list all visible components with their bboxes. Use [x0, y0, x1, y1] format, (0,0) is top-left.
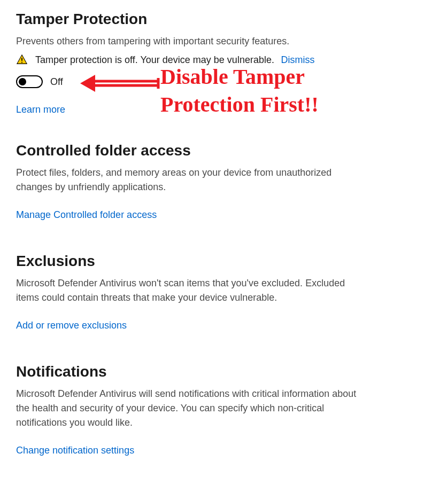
exclusions-desc: Microsoft Defender Antivirus won't scan … — [16, 276, 347, 305]
exclusions-title: Exclusions — [16, 253, 432, 270]
toggle-row: Off — [16, 75, 432, 88]
tamper-protection-section: Tamper Protection Prevents others from t… — [16, 11, 432, 115]
tamper-protection-title: Tamper Protection — [16, 11, 432, 28]
notifications-section: Notifications Microsoft Defender Antivir… — [16, 363, 432, 456]
tamper-protection-desc: Prevents others from tampering with impo… — [16, 34, 347, 49]
tamper-protection-toggle[interactable] — [16, 75, 43, 88]
toggle-knob — [19, 78, 26, 85]
warning-text: Tamper protection is off. Your device ma… — [35, 54, 314, 66]
notifications-title: Notifications — [16, 363, 432, 380]
svg-rect-1 — [21, 62, 22, 63]
change-notification-settings-link[interactable]: Change notification settings — [16, 445, 134, 456]
controlled-folder-title: Controlled folder access — [16, 142, 432, 159]
warning-message: Tamper protection is off. Your device ma… — [35, 54, 274, 65]
learn-more-link[interactable]: Learn more — [16, 104, 65, 115]
exclusions-section: Exclusions Microsoft Defender Antivirus … — [16, 253, 432, 331]
dismiss-link[interactable]: Dismiss — [281, 54, 314, 65]
svg-rect-0 — [21, 58, 22, 61]
add-remove-exclusions-link[interactable]: Add or remove exclusions — [16, 320, 127, 331]
notifications-desc: Microsoft Defender Antivirus will send n… — [16, 387, 369, 430]
toggle-state-label: Off — [50, 76, 63, 88]
controlled-folder-desc: Protect files, folders, and memory areas… — [16, 166, 347, 194]
controlled-folder-section: Controlled folder access Protect files, … — [16, 142, 432, 221]
manage-controlled-folder-link[interactable]: Manage Controlled folder access — [16, 209, 157, 221]
warning-row: Tamper protection is off. Your device ma… — [16, 54, 432, 66]
warning-icon — [16, 54, 28, 66]
